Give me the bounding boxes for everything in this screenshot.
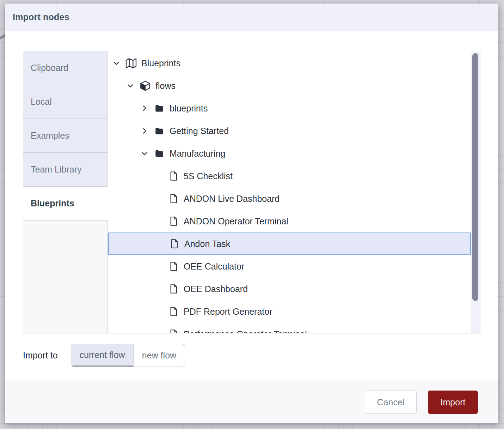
tab-local[interactable]: Local <box>23 85 107 119</box>
import-button[interactable]: Import <box>428 391 478 414</box>
import-to-label: Import to <box>23 350 71 361</box>
new-flow-button[interactable]: new flow <box>134 344 185 367</box>
tree-row[interactable]: flows <box>107 74 471 97</box>
file-icon <box>167 193 179 204</box>
folder-icon <box>153 104 165 113</box>
tab-rail-shelf <box>23 220 107 333</box>
dialog-footer: Cancel Import <box>5 381 498 423</box>
library-tree-panel: BlueprintsflowsblueprintsGetting Started… <box>107 51 480 333</box>
tree-item-label: Blueprints <box>141 58 180 68</box>
import-target-toggle: current flow new flow <box>71 344 185 367</box>
dialog-title: Import nodes <box>13 12 69 22</box>
tree-row[interactable]: 5S Checklist <box>107 165 471 187</box>
chevron-down-icon[interactable] <box>140 150 149 157</box>
tree-item-label: Andon Task <box>184 239 230 249</box>
tree-item-label: blueprints <box>170 103 208 114</box>
tree-row[interactable]: Manufacturing <box>107 142 471 165</box>
tree-item-label: 5S Checklist <box>184 171 233 181</box>
tab-label: Blueprints <box>31 198 74 209</box>
tree-item-label: Performance Operator Terminal <box>184 329 307 334</box>
file-icon <box>167 329 179 333</box>
import-nodes-dialog: Import nodes ClipboardLocalExamplesTeam … <box>5 4 498 423</box>
tab-examples[interactable]: Examples <box>23 119 107 153</box>
import-to-row: Import to current flow new flow <box>23 344 185 367</box>
current-flow-button[interactable]: current flow <box>71 344 134 367</box>
tree-item-label: ANDON Operator Terminal <box>184 216 288 226</box>
tree-row[interactable]: Blueprints <box>107 52 471 74</box>
tab-label: Clipboard <box>31 63 68 73</box>
chevron-right-icon[interactable] <box>140 104 149 112</box>
file-icon <box>167 216 179 226</box>
tree-item-label: Getting Started <box>170 126 229 136</box>
library-tab-rail: ClipboardLocalExamplesTeam LibraryBluepr… <box>23 51 107 333</box>
tree-row[interactable]: Getting Started <box>107 120 471 142</box>
file-icon <box>167 306 179 317</box>
tab-clipboard[interactable]: Clipboard <box>23 51 107 85</box>
file-icon <box>167 284 179 294</box>
tab-label: Local <box>31 97 52 107</box>
tree-row[interactable]: ANDON Operator Terminal <box>107 210 471 232</box>
file-icon <box>167 261 179 272</box>
tree-item-label: OEE Dashboard <box>184 284 248 294</box>
tree-row[interactable]: ANDON Live Dashboard <box>107 187 471 210</box>
tree-row[interactable]: OEE Calculator <box>107 255 471 278</box>
tree-row[interactable]: Andon Task <box>108 232 471 255</box>
tab-team-library[interactable]: Team Library <box>23 152 107 187</box>
file-icon <box>168 238 180 249</box>
tree-item-label: flows <box>155 81 176 91</box>
tab-label: Team Library <box>31 164 82 175</box>
dialog-header: Import nodes <box>5 4 498 31</box>
folder-icon <box>153 126 165 136</box>
map-icon <box>125 58 137 69</box>
chevron-down-icon[interactable] <box>112 59 121 67</box>
tree-scrollbar-track[interactable] <box>471 52 480 333</box>
tree-row[interactable]: blueprints <box>107 97 471 120</box>
chevron-down-icon[interactable] <box>126 82 135 90</box>
file-icon <box>167 171 179 181</box>
cancel-button[interactable]: Cancel <box>365 391 417 414</box>
tree-row[interactable]: Performance Operator Terminal <box>107 323 471 333</box>
tree-scrollbar-thumb[interactable] <box>472 53 478 301</box>
chevron-right-icon[interactable] <box>140 127 149 135</box>
tree-item-label: ANDON Live Dashboard <box>184 194 279 204</box>
library-tree: BlueprintsflowsblueprintsGetting Started… <box>107 51 471 333</box>
tab-blueprints[interactable]: Blueprints <box>23 186 107 220</box>
tree-row[interactable]: PDF Report Generator <box>107 300 471 323</box>
cube-icon <box>139 80 151 91</box>
tree-row[interactable]: OEE Dashboard <box>107 278 471 300</box>
tab-label: Examples <box>31 131 69 141</box>
tree-item-label: PDF Report Generator <box>184 307 272 317</box>
tree-item-label: OEE Calculator <box>184 261 244 272</box>
tree-item-label: Manufacturing <box>170 149 225 159</box>
folder-icon <box>153 149 165 158</box>
